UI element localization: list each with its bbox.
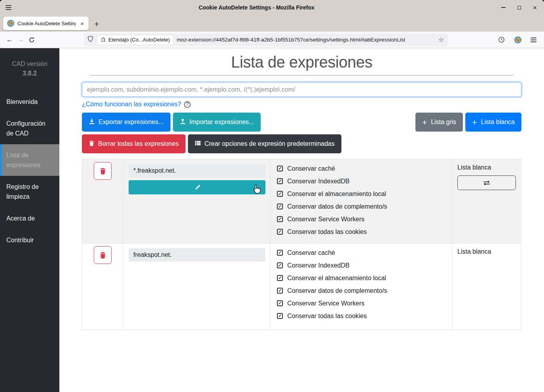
extension-permission-badge[interactable]: Etendaĵo (Co...AutoDelete) <box>97 35 173 45</box>
table-cell-delete <box>82 159 123 243</box>
toggle-list-type-button[interactable] <box>457 175 516 190</box>
table-cell-expression: *.freakspot.net. <box>123 159 270 243</box>
title-divider <box>90 75 514 75</box>
minimize-button[interactable] <box>500 5 506 10</box>
trash-icon <box>89 140 95 148</box>
table-cell-expression: freakspot.net. <box>123 243 270 330</box>
edit-expression-button[interactable] <box>129 180 265 194</box>
add-white-list-button[interactable]: + Lista blanca <box>465 113 521 132</box>
window-title: Cookie AutoDelete Settings - Mozilla Fir… <box>13 4 500 11</box>
expressions-help-link[interactable]: ¿Cómo funcionan las expresiones? <box>82 101 181 108</box>
sidebar: CAD versión 3.8.2 Bienvenida Configuraci… <box>0 48 59 392</box>
table-cell-list-type: Lista blanca <box>453 243 521 330</box>
cad-version-label: CAD versión <box>0 59 59 69</box>
create-default-expression-options-button[interactable]: Crear opciones de expresión predetermina… <box>188 134 341 153</box>
cookie-autodelete-favicon <box>7 20 14 27</box>
window-menu-icon[interactable] <box>4 3 13 12</box>
sidebar-item-contribuir[interactable]: Contribuir <box>0 229 59 251</box>
export-expressions-button[interactable]: Exportar expresiones... <box>82 113 171 132</box>
cookie-autodelete-extension-icon[interactable] <box>514 36 521 43</box>
table-cell-options: Conservar caché Conservar IndexedDB Cons… <box>270 159 453 243</box>
option-keep-indexeddb[interactable]: Conservar IndexedDB <box>277 177 452 186</box>
option-keep-all-cookies[interactable]: Conservar todas las cookies <box>277 227 452 236</box>
table-cell-list-type: Lista blanca <box>453 159 521 243</box>
checkbox-checked-icon[interactable] <box>277 250 283 256</box>
tab-bar: Cookie AutoDelete Settings × + <box>0 15 544 32</box>
cad-version: CAD versión 3.8.2 <box>0 59 59 78</box>
tab-close-icon[interactable]: × <box>79 20 85 27</box>
add-grey-list-button[interactable]: + Lista gris <box>415 113 463 132</box>
list-type-label: Lista blanca <box>457 248 516 255</box>
cad-version-number: 3.8.2 <box>0 69 59 78</box>
delete-all-expressions-button[interactable]: Borrar todas las expresiones <box>82 134 186 153</box>
option-keep-service-workers[interactable]: Conservar Service Workers <box>277 299 452 308</box>
option-keep-plugin-data[interactable]: Conservar datos de complemento/s <box>277 286 452 295</box>
page-title: Lista de expresiones <box>82 53 521 71</box>
puzzle-piece-icon <box>100 36 106 43</box>
delete-expression-button[interactable] <box>94 246 112 264</box>
plus-icon: + <box>472 118 477 126</box>
new-tab-button[interactable]: + <box>94 20 99 28</box>
extension-badge-label: Etendaĵo (Co...AutoDelete) <box>108 37 170 43</box>
history-clock-icon[interactable] <box>496 34 507 45</box>
delete-all-label: Borrar todas las expresiones <box>98 140 179 147</box>
firefox-window: Cookie AutoDelete Settings - Mozilla Fir… <box>0 0 544 392</box>
window-titlebar: Cookie AutoDelete Settings - Mozilla Fir… <box>0 0 544 15</box>
checkbox-checked-icon[interactable] <box>277 300 283 306</box>
option-keep-plugin-data[interactable]: Conservar datos de complemento/s <box>277 202 452 211</box>
table-cell-delete <box>82 243 123 330</box>
import-expressions-button[interactable]: Importar expresiones... <box>173 113 261 132</box>
option-keep-service-workers[interactable]: Conservar Service Workers <box>277 215 452 224</box>
checkbox-checked-icon[interactable] <box>277 216 283 222</box>
expression-table: *.freakspot.net. Conservar caché Conserv… <box>82 159 521 330</box>
checkbox-checked-icon[interactable] <box>277 178 283 184</box>
sidebar-item-configuracion[interactable]: Configuración de CAD <box>0 113 59 144</box>
expression-input[interactable] <box>82 82 521 97</box>
option-keep-cache[interactable]: Conservar caché <box>277 164 452 173</box>
application-menu-icon[interactable] <box>529 36 538 44</box>
back-icon[interactable]: ← <box>4 34 15 45</box>
download-icon <box>89 118 95 126</box>
sidebar-item-lista-de-expresiones[interactable]: Lista de expresiones <box>0 144 59 176</box>
list-icon <box>195 140 201 148</box>
maximize-button[interactable] <box>516 5 522 10</box>
tab-cookie-autodelete-settings[interactable]: Cookie AutoDelete Settings × <box>3 17 89 30</box>
option-keep-localstorage[interactable]: Conservar el almacenamiento local <box>277 189 452 198</box>
sidebar-item-bienvenida[interactable]: Bienvenida <box>0 91 59 113</box>
checkbox-checked-icon[interactable] <box>277 166 283 172</box>
expression-value[interactable]: *.freakspot.net. <box>129 164 265 177</box>
checkbox-checked-icon[interactable] <box>277 204 283 209</box>
question-mark-icon[interactable]: ? <box>184 101 191 108</box>
reload-icon[interactable] <box>26 34 37 45</box>
bookmark-star-icon[interactable]: ☆ <box>438 36 444 43</box>
checkbox-checked-icon[interactable] <box>277 262 283 268</box>
sidebar-item-registro-de-limpieza[interactable]: Registro de limpieza <box>0 176 59 207</box>
expression-value[interactable]: freakspot.net. <box>129 248 265 262</box>
list-type-label: Lista blanca <box>457 164 516 171</box>
url-bar[interactable]: Etendaĵo (Co...AutoDelete) moz-extension… <box>84 34 448 46</box>
grey-list-label: Lista gris <box>431 119 456 126</box>
tab-title: Cookie AutoDelete Settings <box>17 21 76 26</box>
navigation-toolbar: ← → Etendaĵo (Co...AutoDelete) moz-exten… <box>0 32 544 48</box>
checkbox-checked-icon[interactable] <box>277 229 283 235</box>
sidebar-item-acerca-de[interactable]: Acerca de <box>0 207 59 229</box>
checkbox-checked-icon[interactable] <box>277 275 283 281</box>
delete-expression-button[interactable] <box>94 162 112 180</box>
export-expressions-label: Exportar expresiones... <box>99 119 164 126</box>
option-keep-indexeddb[interactable]: Conservar IndexedDB <box>277 261 452 270</box>
shield-icon[interactable] <box>87 36 94 44</box>
option-keep-cache[interactable]: Conservar caché <box>277 248 452 257</box>
table-cell-options: Conservar caché Conservar IndexedDB Cons… <box>270 243 453 330</box>
option-keep-all-cookies[interactable]: Conservar todas las cookies <box>277 311 452 320</box>
forward-icon: → <box>15 34 26 45</box>
checkbox-checked-icon[interactable] <box>277 313 283 319</box>
url-text[interactable]: moz-extension://4452af7d-f6f8-41ff-a2b5-… <box>176 37 435 43</box>
checkbox-checked-icon[interactable] <box>277 191 283 197</box>
settings-main: Lista de expresiones ¿Cómo funcionan las… <box>59 48 544 392</box>
white-list-label: Lista blanca <box>481 119 515 126</box>
checkbox-checked-icon[interactable] <box>277 288 283 294</box>
option-keep-localstorage[interactable]: Conservar el almacenamiento local <box>277 273 452 283</box>
close-button[interactable]: × <box>532 5 538 10</box>
upload-icon <box>180 118 186 126</box>
create-defaults-label: Crear opciones de expresión predetermina… <box>205 140 335 147</box>
